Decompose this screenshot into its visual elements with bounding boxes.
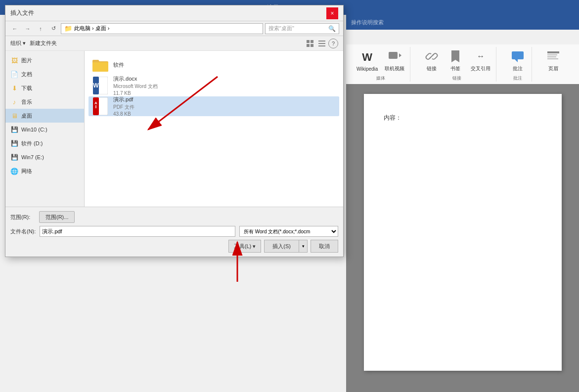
pdf-info: 演示.pdf PDF 文件 43.8 KB: [113, 96, 134, 117]
bookmark-button[interactable]: 书签: [445, 47, 465, 74]
sidebar-label-documents: 文档: [21, 71, 32, 78]
pdf-name: 演示.pdf: [113, 96, 134, 103]
search-icon: 🔍: [328, 25, 336, 32]
svg-marker-1: [399, 53, 401, 57]
online-video-icon: [387, 48, 402, 64]
svg-rect-10: [307, 44, 310, 47]
svg-rect-0: [389, 52, 398, 59]
header-button[interactable]: 页眉: [543, 47, 563, 74]
dialog-toolbar: ← → ↑ ↺ 📁 此电脑 › 桌面 › 搜索"桌面" 🔍: [5, 21, 343, 36]
filename-row: 文件名(N): 所有 Word 文档(*.docx;*.docm: [10, 226, 338, 237]
sidebar-item-software[interactable]: 💾 软件 (D:): [5, 136, 84, 150]
links-group-label: 链接: [452, 75, 461, 82]
pdf-file-icon: A: [92, 98, 108, 114]
downloads-icon: ⬇: [10, 84, 18, 92]
online-video-button[interactable]: 联机视频: [383, 47, 406, 74]
bookmark-icon: [447, 48, 463, 64]
network-icon: 🌐: [10, 167, 18, 175]
svg-rect-5: [547, 54, 557, 55]
search-box[interactable]: 搜索"桌面" 🔍: [265, 23, 339, 34]
forward-button[interactable]: →: [22, 23, 33, 34]
search-placeholder-text: 操作说明搜索: [351, 19, 384, 26]
ribbon-icon-row: W Wikipedia 联机视频: [355, 47, 406, 74]
refresh-button[interactable]: ↺: [48, 23, 59, 34]
word-ribbon-search: 操作说明搜索: [346, 15, 579, 30]
cancel-button[interactable]: 取消: [311, 240, 338, 253]
pictures-icon: 🖼: [10, 56, 18, 64]
insert-dropdown-button[interactable]: ▾: [299, 240, 308, 253]
sidebar-label-downloads: 下载: [21, 85, 32, 92]
filetype-select[interactable]: 所有 Word 文档(*.docx;*.docm: [239, 226, 338, 237]
comment-button[interactable]: 批注: [508, 47, 528, 74]
address-bar[interactable]: 📁 此电脑 › 桌面 ›: [61, 23, 263, 34]
svg-rect-2: [512, 51, 524, 59]
docx-meta: Microsoft Word 文档: [113, 83, 158, 90]
docx-name: 演示.docx: [113, 75, 158, 83]
sidebar-label-pictures: 图片: [21, 57, 32, 64]
svg-rect-9: [311, 40, 313, 43]
list-view-button[interactable]: [316, 38, 327, 49]
action-row: 工具(L) ▾ 插入(S) ▾ 取消: [10, 240, 338, 253]
win7-icon: 💾: [10, 153, 18, 161]
pdf-size: 43.8 KB: [113, 111, 134, 117]
svg-rect-7: [547, 58, 558, 59]
insert-btn-group: 插入(S) ▾: [264, 240, 308, 253]
sidebar-label-network: 网络: [21, 168, 32, 175]
file-item-software[interactable]: 软件: [89, 55, 339, 75]
sidebar-label-win10: Win10 (C:): [21, 127, 47, 132]
svg-rect-8: [307, 40, 310, 43]
docx-size: 11.7 KB: [113, 90, 158, 96]
cross-ref-icon: ↔: [473, 48, 489, 64]
dialog-options-bar: 组织 ▾ 新建文件夹 ?: [5, 36, 343, 51]
help-button[interactable]: ?: [328, 39, 338, 48]
sidebar-label-software: 软件 (D:): [21, 140, 43, 147]
doc-text: 内容：: [384, 114, 401, 121]
ribbon-group-header: 页眉: [539, 47, 567, 82]
svg-text:A: A: [94, 101, 97, 105]
svg-rect-11: [311, 44, 313, 47]
pdf-meta: PDF 文件: [113, 104, 134, 111]
svg-rect-12: [318, 41, 325, 42]
ribbon-group-media: W Wikipedia 联机视频 媒体: [351, 47, 410, 82]
dialog-close-button[interactable]: ×: [326, 7, 338, 19]
tools-button[interactable]: 工具(L) ▾: [228, 240, 262, 253]
link-label: 链接: [427, 65, 437, 72]
dialog-files-area: 软件 W 演示.docx Microsoft Word 文档: [85, 51, 343, 207]
comment-icon: [510, 48, 526, 64]
insert-button[interactable]: 插入(S): [264, 240, 299, 253]
organize-button[interactable]: 组织 ▾: [10, 40, 26, 47]
sidebar-item-downloads[interactable]: ⬇ 下载: [5, 81, 84, 95]
word-file-icon: W: [92, 78, 108, 93]
file-item-docx[interactable]: W 演示.docx Microsoft Word 文档 11.7 KB: [89, 76, 339, 95]
range-button[interactable]: 范围(R)...: [39, 211, 75, 223]
ribbon-group-links: 链接 书签 ↔ 交叉引用 链接: [418, 47, 496, 82]
folder-icon: [92, 57, 108, 73]
cross-ref-button[interactable]: ↔ 交叉引用: [469, 47, 492, 74]
file-dialog: 插入文件 × ← → ↑ ↺ 📁 此电脑 › 桌面 › 搜索"桌面" 🔍 组织 …: [5, 5, 344, 257]
up-button[interactable]: ↑: [35, 23, 46, 34]
file-item-pdf[interactable]: A 演示.pdf PDF 文件 43.8 KB: [89, 96, 339, 116]
back-button[interactable]: ←: [9, 23, 20, 34]
sidebar-label-desktop: 桌面: [21, 112, 32, 120]
address-folder-icon: 📁: [64, 25, 72, 32]
sidebar-item-music[interactable]: ♪ 音乐: [5, 95, 84, 109]
view-toggle-button[interactable]: [305, 38, 315, 49]
filename-input[interactable]: [40, 226, 235, 237]
wikipedia-icon: W: [359, 49, 375, 65]
wikipedia-button[interactable]: W Wikipedia: [355, 48, 379, 73]
link-button[interactable]: 链接: [422, 47, 442, 74]
header-icon: [545, 48, 561, 64]
dialog-sidebar: 🖼 图片 📄 文档 ⬇ 下载 ♪ 音乐 🖥 桌面 💾 Win10 (C:): [5, 51, 85, 207]
new-folder-button[interactable]: 新建文件夹: [30, 40, 57, 47]
software-drive-icon: 💾: [10, 139, 18, 147]
range-row: 范围(R): 范围(R)...: [10, 211, 338, 223]
sidebar-item-win10[interactable]: 💾 Win10 (C:): [5, 123, 84, 136]
sidebar-item-pictures[interactable]: 🖼 图片: [5, 53, 84, 67]
header-label: 页眉: [548, 65, 558, 72]
svg-rect-6: [547, 56, 556, 57]
sidebar-item-desktop[interactable]: 🖥 桌面: [5, 109, 84, 123]
sidebar-item-win7[interactable]: 💾 Win7 (E:): [5, 150, 84, 164]
sidebar-item-documents[interactable]: 📄 文档: [5, 67, 84, 81]
sidebar-item-network[interactable]: 🌐 网络: [5, 164, 84, 178]
desktop-icon: 🖥: [10, 112, 18, 120]
